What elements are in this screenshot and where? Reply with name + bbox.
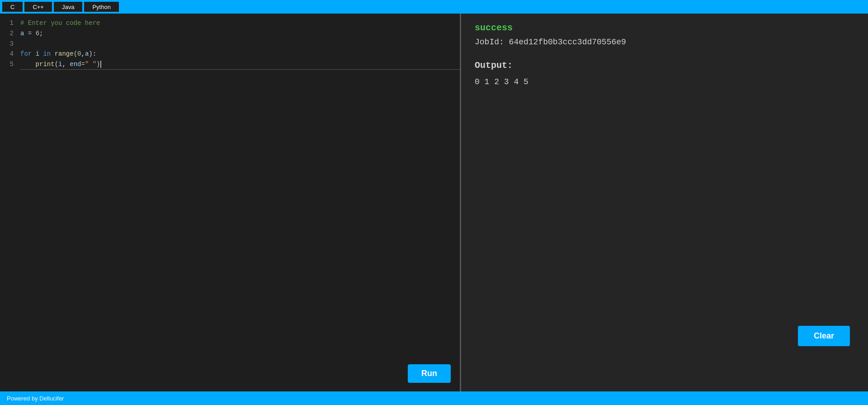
line-number-5: 5	[0, 59, 20, 69]
line-number-4: 4	[0, 49, 20, 59]
line-number-1: 1	[0, 18, 20, 28]
tab-python[interactable]: Python	[84, 1, 119, 12]
top-nav-bar: CC++JavaPython	[0, 0, 868, 14]
line-content-4[interactable]: for i in range(0,a):	[20, 49, 460, 59]
code-line-2: 2a = 6;	[0, 29, 460, 39]
code-line-5: 5 print(i, end=" ")	[0, 59, 460, 70]
output-panel: success JobId: 64ed12fb0b3ccc3dd70556e9 …	[461, 14, 868, 391]
line-number-2: 2	[0, 29, 20, 38]
footer-bar: Powered by Dellucifer	[0, 391, 868, 405]
output-result: 0 1 2 3 4 5	[475, 77, 854, 86]
footer-text: Powered by Dellucifer	[7, 395, 64, 402]
line-content-5[interactable]: print(i, end=" ")	[20, 59, 460, 70]
clear-button[interactable]: Clear	[798, 326, 850, 346]
code-line-1: 1# Enter you code here	[0, 18, 460, 29]
run-button[interactable]: Run	[408, 364, 451, 383]
line-number-3: 3	[0, 39, 20, 49]
code-line-3: 3	[0, 39, 460, 49]
line-content-2[interactable]: a = 6;	[20, 29, 460, 39]
editor-scroll[interactable]: 1# Enter you code here2a = 6;34for i in …	[0, 14, 460, 355]
main-content: 1# Enter you code here2a = 6;34for i in …	[0, 14, 868, 391]
job-id: JobId: 64ed12fb0b3ccc3dd70556e9	[475, 38, 854, 47]
run-area: Run	[0, 355, 460, 391]
clear-button-area: Clear	[798, 326, 850, 346]
output-label: Output:	[475, 60, 854, 71]
tab-cpp[interactable]: C++	[24, 1, 52, 12]
line-content-1[interactable]: # Enter you code here	[20, 18, 460, 29]
tab-java[interactable]: Java	[53, 1, 83, 12]
tab-c[interactable]: C	[2, 1, 23, 12]
code-line-4: 4for i in range(0,a):	[0, 49, 460, 59]
editor-area: 1# Enter you code here2a = 6;34for i in …	[0, 14, 461, 391]
status-text: success	[475, 23, 854, 33]
line-content-3[interactable]	[20, 39, 460, 39]
